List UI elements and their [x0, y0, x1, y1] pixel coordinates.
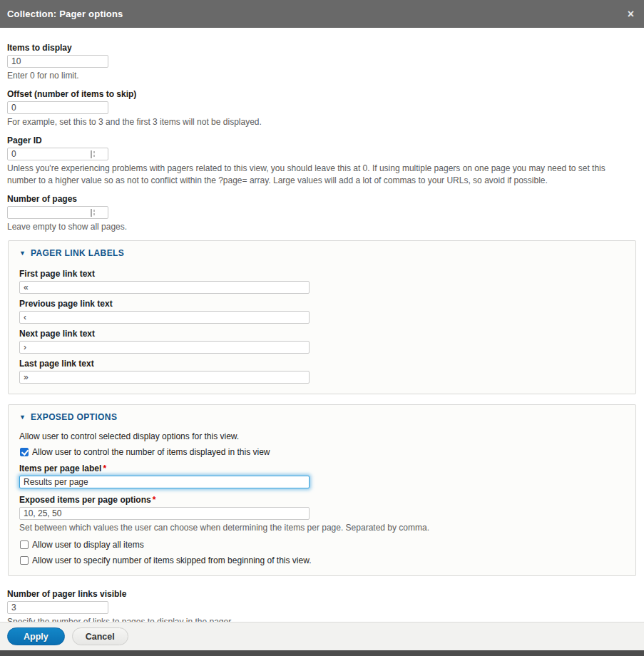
- dialog-body: Items to display Enter 0 for no limit. O…: [0, 28, 644, 622]
- cancel-button[interactable]: Cancel: [72, 627, 128, 645]
- pager-link-labels-fieldset: ▼PAGER LINK LABELS First page link text …: [8, 240, 636, 394]
- last-page-link-field: Last page link text: [19, 359, 625, 384]
- chevron-down-icon: ▼: [19, 248, 26, 258]
- checkbox-unchecked-icon[interactable]: [20, 540, 29, 549]
- dialog-title: Collection: Pager options: [7, 9, 123, 19]
- first-page-link-label: First page link text: [19, 269, 625, 279]
- number-of-pages-help: Leave empty to show all pages.: [7, 221, 635, 233]
- number-of-pages-field: Number of pages Leave empty to show all …: [7, 194, 637, 233]
- exposed-items-options-label: Exposed items per page options*: [19, 495, 625, 505]
- pager-options-dialog: Collection: Pager options × Items to dis…: [0, 0, 644, 656]
- pager-id-input[interactable]: [7, 148, 108, 160]
- items-per-page-label-field: Items per page label*: [19, 463, 625, 488]
- items-to-display-help: Enter 0 for no limit.: [7, 70, 635, 82]
- number-of-pages-input[interactable]: [7, 206, 108, 219]
- first-page-link-field: First page link text: [19, 269, 625, 294]
- display-all-checkbox-label: Allow user to display all items: [32, 540, 144, 550]
- offset-checkbox-label: Allow user to specify number of items sk…: [32, 555, 312, 565]
- pager-links-visible-label: Number of pager links visible: [7, 589, 637, 599]
- checkbox-unchecked-icon[interactable]: [20, 556, 29, 565]
- number-of-pages-label: Number of pages: [7, 194, 637, 204]
- previous-page-link-input[interactable]: [19, 311, 310, 324]
- pager-links-visible-help: Specify the number of links to pages to …: [7, 616, 635, 622]
- required-mark: *: [103, 463, 106, 473]
- pager-id-help: Unless you're experiencing problems with…: [7, 163, 635, 187]
- pager-link-labels-legend[interactable]: ▼PAGER LINK LABELS: [19, 247, 625, 259]
- checkbox-checked-icon[interactable]: [20, 448, 29, 456]
- offset-help: For example, set this to 3 and the first…: [7, 116, 635, 128]
- first-page-link-input[interactable]: [19, 281, 310, 294]
- last-page-link-input[interactable]: [19, 371, 310, 384]
- next-page-link-label: Next page link text: [19, 329, 625, 339]
- items-per-page-label-label: Items per page label*: [19, 463, 625, 473]
- page-background-strip: [0, 650, 644, 656]
- offset-input[interactable]: [7, 101, 108, 114]
- next-page-link-input[interactable]: [19, 341, 310, 354]
- chevron-down-icon: ▼: [19, 412, 26, 422]
- exposed-options-intro: Allow user to control selected display o…: [19, 431, 625, 441]
- items-to-display-label: Items to display: [7, 43, 637, 53]
- exposed-options-fieldset: ▼EXPOSED OPTIONS Allow user to control s…: [8, 404, 636, 576]
- exposed-items-options-input[interactable]: [19, 507, 310, 520]
- display-all-checkbox-row[interactable]: Allow user to display all items: [19, 540, 625, 550]
- offset-checkbox-row[interactable]: Allow user to specify number of items sk…: [19, 555, 625, 565]
- pager-links-visible-field: Number of pager links visible Specify th…: [7, 589, 637, 622]
- required-mark: *: [153, 495, 156, 505]
- exposed-options-legend[interactable]: ▼EXPOSED OPTIONS: [19, 411, 625, 423]
- dialog-buttonpane: Apply Cancel: [0, 622, 644, 650]
- offset-field: Offset (number of items to skip) For exa…: [7, 89, 637, 128]
- pager-id-label: Pager ID: [7, 135, 637, 145]
- close-icon[interactable]: ×: [628, 9, 634, 20]
- control-items-checkbox-label: Allow user to control the number of item…: [32, 447, 270, 457]
- pager-links-visible-input[interactable]: [7, 601, 108, 614]
- previous-page-link-field: Previous page link text: [19, 299, 625, 324]
- items-to-display-field: Items to display Enter 0 for no limit.: [7, 43, 637, 82]
- items-to-display-input[interactable]: [7, 55, 108, 68]
- next-page-link-field: Next page link text: [19, 329, 625, 354]
- dialog-titlebar: Collection: Pager options ×: [0, 0, 644, 28]
- previous-page-link-label: Previous page link text: [19, 299, 625, 309]
- exposed-items-options-field: Exposed items per page options* Set betw…: [19, 495, 625, 534]
- offset-label: Offset (number of items to skip): [7, 89, 637, 99]
- items-per-page-label-input[interactable]: [19, 476, 310, 488]
- apply-button[interactable]: Apply: [7, 627, 65, 645]
- control-items-checkbox-row[interactable]: Allow user to control the number of item…: [19, 447, 625, 457]
- last-page-link-label: Last page link text: [19, 359, 625, 369]
- exposed-items-options-help: Set between which values the user can ch…: [19, 522, 625, 534]
- pager-id-field: Pager ID Unless you're experiencing prob…: [7, 135, 637, 187]
